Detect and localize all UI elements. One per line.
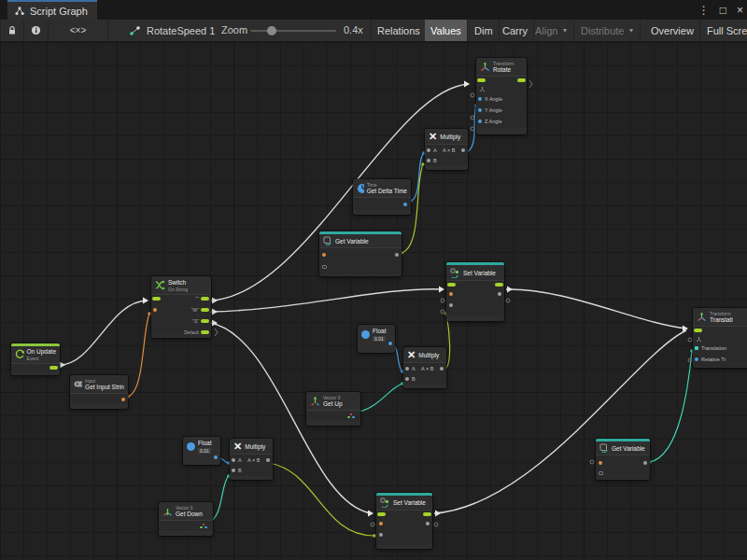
carry-button[interactable]: Carry: [497, 20, 534, 41]
flow-out-port[interactable]: [49, 366, 58, 370]
node-switch[interactable]: Switch On String "" "W" "S" Default: [151, 276, 211, 338]
output-label: A × B: [421, 367, 433, 372]
translation-port[interactable]: [695, 346, 698, 350]
set-variable-icon: [450, 268, 460, 278]
float-value-field[interactable]: 0.01: [373, 336, 386, 342]
full-screen-label: Full Screen: [707, 25, 747, 36]
node-rotate[interactable]: Transform Rotate X Angle Y Angle Z Angle: [476, 58, 527, 134]
node-get-down[interactable]: Vector 3 Get Down: [159, 502, 213, 536]
z-angle-port[interactable]: [478, 119, 482, 123]
node-multiply-bottom[interactable]: ✕ Multiply A A × B B: [230, 439, 273, 480]
node-title: Get Delta Time: [367, 188, 407, 195]
vector3-up-icon: [310, 396, 320, 406]
node-get-variable-top[interactable]: Get Variable: [319, 231, 402, 276]
graph-breadcrumb[interactable]: RotateSpeed 1: [129, 20, 215, 41]
input-string-output-port[interactable]: [121, 398, 125, 401]
overview-button[interactable]: Overview: [645, 20, 700, 41]
flow-in-port[interactable]: [377, 512, 386, 516]
node-title: Set Variable: [463, 270, 496, 276]
variable-kind-icon[interactable]: [322, 265, 327, 269]
case-s-out-port[interactable]: [201, 319, 209, 323]
align-button[interactable]: Align ▼: [529, 20, 574, 41]
node-float-top[interactable]: Float 0.01: [358, 325, 395, 353]
multiply-icon: ✕: [407, 350, 416, 360]
input-b-port[interactable]: [232, 469, 235, 472]
node-multiply-top[interactable]: ✕ Multiply A A × B B: [425, 129, 468, 170]
dim-button[interactable]: Dim: [469, 20, 500, 41]
variable-name-port[interactable]: [322, 253, 326, 257]
overview-label: Overview: [651, 25, 694, 36]
multiply-icon: ✕: [233, 441, 242, 452]
node-get-delta-time[interactable]: Time Get Delta Time: [353, 179, 411, 215]
full-screen-button[interactable]: Full Screen: [701, 20, 747, 41]
graph-canvas[interactable]: Transform Rotate X Angle Y Angle Z Angle: [0, 42, 747, 560]
node-get-variable-right[interactable]: Get Variable: [596, 439, 650, 480]
flow-out-port[interactable]: [423, 512, 431, 516]
case-w-out-port[interactable]: [201, 308, 209, 312]
zoom-slider[interactable]: [250, 30, 336, 32]
delta-time-output-port[interactable]: [403, 203, 407, 206]
node-float-bottom[interactable]: Float 0.01: [183, 437, 220, 465]
node-translate[interactable]: Transform Translati Translation Relative…: [693, 308, 747, 368]
node-set-variable-bottom[interactable]: Set Variable: [376, 493, 432, 549]
window-menu-icon[interactable]: ⋮: [698, 4, 710, 17]
flow-in-port[interactable]: [152, 297, 161, 301]
variable-name-port[interactable]: [599, 461, 602, 465]
flow-in-port[interactable]: [477, 78, 486, 82]
flow-in-port[interactable]: [447, 283, 456, 287]
variable-value-input-port[interactable]: [379, 533, 383, 537]
case-default-out-port[interactable]: [201, 330, 209, 334]
input-b-port[interactable]: [405, 377, 409, 381]
y-angle-port[interactable]: [478, 108, 482, 112]
result-port[interactable]: [440, 367, 444, 371]
input-b-port[interactable]: [427, 159, 430, 162]
distribute-button[interactable]: Distribute ▼: [575, 20, 641, 41]
variable-value-output-port[interactable]: [643, 461, 647, 465]
variable-value-input-port[interactable]: [449, 303, 453, 307]
float-output-port[interactable]: [388, 342, 392, 345]
zoom-slider-thumb[interactable]: [267, 26, 276, 35]
flow-in-port[interactable]: [694, 329, 702, 332]
selector-string-port[interactable]: [153, 308, 157, 312]
transform-self-icon[interactable]: [696, 336, 702, 343]
inspect-button[interactable]: [24, 20, 49, 41]
node-multiply-mid[interactable]: ✕ Multiply A A × B B: [403, 347, 446, 388]
variable-name-port[interactable]: [449, 292, 453, 296]
result-port[interactable]: [266, 458, 270, 462]
variable-value-output-port[interactable]: [498, 292, 501, 296]
input-b-label: B: [412, 377, 416, 383]
vector3-wire-endpoints: [205, 349, 694, 525]
tab-script-graph[interactable]: Script Graph: [7, 0, 97, 20]
variable-icon: [323, 236, 332, 245]
case-empty-out-port[interactable]: [201, 297, 209, 301]
lock-button[interactable]: [0, 20, 24, 41]
vector3-output-port[interactable]: [200, 524, 207, 529]
values-button[interactable]: Values: [425, 20, 468, 41]
node-on-update[interactable]: On Update Event: [11, 343, 60, 375]
input-a-port[interactable]: [232, 458, 235, 462]
vector3-output-port[interactable]: [347, 413, 355, 419]
zoom-to-fit-button[interactable]: <×>: [49, 20, 108, 41]
relative-to-port[interactable]: [695, 357, 698, 361]
variable-value-output-port[interactable]: [426, 522, 430, 525]
flow-out-port[interactable]: [495, 283, 503, 287]
variable-name-port[interactable]: [379, 522, 383, 525]
node-set-variable-mid[interactable]: Set Variable: [446, 262, 504, 321]
float-output-port[interactable]: [214, 455, 218, 459]
close-icon[interactable]: ×: [737, 4, 743, 17]
input-a-port[interactable]: [405, 367, 409, 371]
relations-button[interactable]: Relations: [371, 20, 427, 41]
result-port[interactable]: [461, 148, 465, 152]
flow-out-port[interactable]: [517, 78, 526, 82]
transform-self-icon[interactable]: [479, 86, 486, 92]
vector3-down-icon: [162, 506, 173, 516]
maximize-icon[interactable]: □: [720, 4, 726, 17]
variable-value-output-port[interactable]: [395, 253, 399, 257]
float-value-field[interactable]: 0.01: [198, 448, 211, 454]
input-a-port[interactable]: [427, 148, 430, 152]
x-angle-port[interactable]: [478, 97, 482, 101]
variable-kind-icon[interactable]: [599, 471, 603, 475]
dim-label: Dim: [474, 25, 493, 36]
node-get-input-string[interactable]: Input Get Input Strin: [70, 375, 128, 409]
node-get-up[interactable]: Vector 3 Get Up: [306, 392, 360, 426]
